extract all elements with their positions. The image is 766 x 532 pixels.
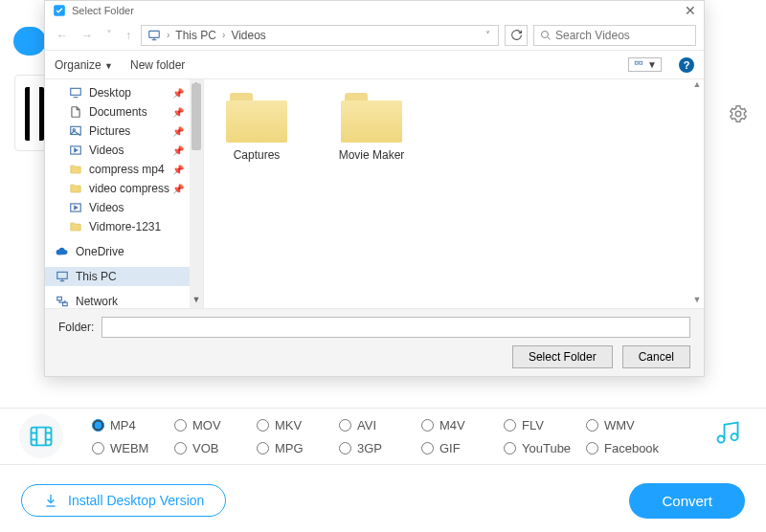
scroll-down-icon[interactable]: ▼ xyxy=(690,295,704,308)
file-scrollbar[interactable]: ▲ ▼ xyxy=(690,79,704,308)
format-label: AVI xyxy=(357,418,376,432)
format-radio[interactable] xyxy=(257,442,269,454)
bg-add-button[interactable] xyxy=(13,27,46,55)
convert-button[interactable]: Convert xyxy=(629,483,745,519)
format-radio[interactable] xyxy=(92,442,104,454)
folder-item[interactable]: Movie Maker xyxy=(328,93,415,162)
organize-menu[interactable]: Organize ▼ xyxy=(55,58,113,72)
format-option-3gp[interactable]: 3GP xyxy=(339,441,421,455)
format-radio[interactable] xyxy=(586,419,598,432)
tree-item[interactable]: Desktop📌 xyxy=(45,83,203,102)
format-label: MP4 xyxy=(110,418,136,432)
format-label: MKV xyxy=(275,418,302,432)
folder-tree: Desktop📌Documents📌Pictures📌Videos📌compre… xyxy=(45,79,204,308)
breadcrumb-root[interactable]: This PC xyxy=(175,29,216,42)
folder-icon xyxy=(68,219,83,234)
cancel-button[interactable]: Cancel xyxy=(622,345,690,368)
cloud-icon xyxy=(55,244,70,259)
format-option-mkv[interactable]: MKV xyxy=(257,418,339,432)
svg-point-0 xyxy=(735,111,741,117)
format-option-webm[interactable]: WEBM xyxy=(92,441,174,455)
tree-root-onedrive[interactable]: OneDrive xyxy=(45,242,203,261)
select-folder-button[interactable]: Select Folder xyxy=(512,345,613,368)
chevron-down-icon[interactable]: ˅ xyxy=(102,27,116,44)
scroll-up-icon[interactable]: ▲ xyxy=(690,79,704,93)
folder-item[interactable]: Captures xyxy=(214,93,300,162)
tree-item[interactable]: Vidmore-1231 xyxy=(45,217,203,236)
page-footer: Install Desktop Version Convert xyxy=(0,478,766,522)
svg-rect-11 xyxy=(149,31,160,37)
nav-forward-icon[interactable]: → xyxy=(78,27,97,44)
tree-item[interactable]: Videos📌 xyxy=(45,141,203,160)
nav-back-icon[interactable]: ← xyxy=(53,27,72,44)
format-radio[interactable] xyxy=(504,442,516,454)
help-icon[interactable]: ? xyxy=(679,57,694,73)
format-radio[interactable] xyxy=(174,442,187,454)
format-label: FLV xyxy=(522,418,544,432)
format-radio[interactable] xyxy=(92,419,104,432)
music-icon[interactable] xyxy=(714,419,741,446)
tree-root-network[interactable]: Network xyxy=(45,292,203,308)
format-option-mov[interactable]: MOV xyxy=(174,418,257,432)
file-pane[interactable]: CapturesMovie Maker ▲ ▼ xyxy=(204,79,704,308)
format-radio[interactable] xyxy=(174,419,187,432)
tree-item-label: compress mp4 xyxy=(89,163,165,176)
format-option-avi[interactable]: AVI xyxy=(339,418,421,432)
format-radio[interactable] xyxy=(339,442,351,454)
pin-icon: 📌 xyxy=(172,184,184,194)
dialog-toolbar: Organize ▼ New folder ▼ ? xyxy=(45,51,704,79)
tree-item[interactable]: Pictures📌 xyxy=(45,122,203,141)
tree-item-label: video compress xyxy=(89,182,169,195)
tree-item[interactable]: Documents📌 xyxy=(45,102,203,122)
new-folder-button[interactable]: New folder xyxy=(130,58,185,72)
format-option-m4v[interactable]: M4V xyxy=(421,418,504,432)
tree-item[interactable]: Videos xyxy=(45,198,203,217)
format-radio[interactable] xyxy=(339,419,351,432)
gear-icon[interactable] xyxy=(728,103,749,124)
format-radio[interactable] xyxy=(421,442,434,454)
format-option-facebook[interactable]: Facebook xyxy=(586,441,668,455)
video-icon xyxy=(68,200,83,215)
tree-item-label: Documents xyxy=(89,105,147,119)
format-option-wmv[interactable]: WMV xyxy=(586,418,668,432)
close-icon[interactable]: ✕ xyxy=(685,3,696,18)
chevron-down-icon[interactable]: ˅ xyxy=(484,30,492,40)
tree-item[interactable]: compress mp4📌 xyxy=(45,160,203,179)
view-mode-button[interactable]: ▼ xyxy=(628,57,662,72)
format-radio[interactable] xyxy=(586,442,598,454)
format-radio[interactable] xyxy=(504,419,516,432)
refresh-button[interactable] xyxy=(505,25,528,46)
net-icon xyxy=(55,294,70,308)
install-label: Install Desktop Version xyxy=(68,493,204,508)
tree-root-thispc[interactable]: This PC xyxy=(45,267,203,286)
tree-item[interactable]: video compress📌 xyxy=(45,179,203,198)
folder-input[interactable] xyxy=(101,317,690,338)
format-radio[interactable] xyxy=(257,419,269,432)
scroll-thumb[interactable] xyxy=(192,83,201,150)
format-option-youtube[interactable]: YouTube xyxy=(504,441,586,455)
svg-line-15 xyxy=(548,36,551,39)
breadcrumb-current[interactable]: Videos xyxy=(231,29,265,42)
tree-scrollbar[interactable]: ▲ ▼ xyxy=(190,79,203,308)
format-option-gif[interactable]: GIF xyxy=(421,441,504,455)
folder-icon xyxy=(68,181,83,196)
format-option-mp4[interactable]: MP4 xyxy=(92,418,174,432)
breadcrumb[interactable]: › This PC › Videos ˅ xyxy=(141,25,499,46)
svg-point-14 xyxy=(542,31,549,37)
search-input[interactable] xyxy=(555,29,689,42)
svg-rect-1 xyxy=(32,428,52,446)
scroll-down-icon[interactable]: ▼ xyxy=(190,295,203,308)
format-radio[interactable] xyxy=(421,419,434,432)
dialog-titlebar: Select Folder ✕ xyxy=(45,1,704,20)
chevron-right-icon: › xyxy=(220,30,227,40)
install-desktop-button[interactable]: Install Desktop Version xyxy=(21,484,226,517)
format-option-vob[interactable]: VOB xyxy=(174,441,257,455)
format-option-mpg[interactable]: MPG xyxy=(257,441,339,455)
dialog-navbar: ← → ˅ ↑ › This PC › Videos ˅ xyxy=(45,20,704,51)
nav-up-icon[interactable]: ↑ xyxy=(122,27,135,44)
search-field[interactable] xyxy=(533,25,696,46)
format-label: YouTube xyxy=(522,441,571,455)
format-option-flv[interactable]: FLV xyxy=(504,418,586,432)
film-icon[interactable] xyxy=(19,414,63,458)
doc-icon xyxy=(68,104,83,120)
